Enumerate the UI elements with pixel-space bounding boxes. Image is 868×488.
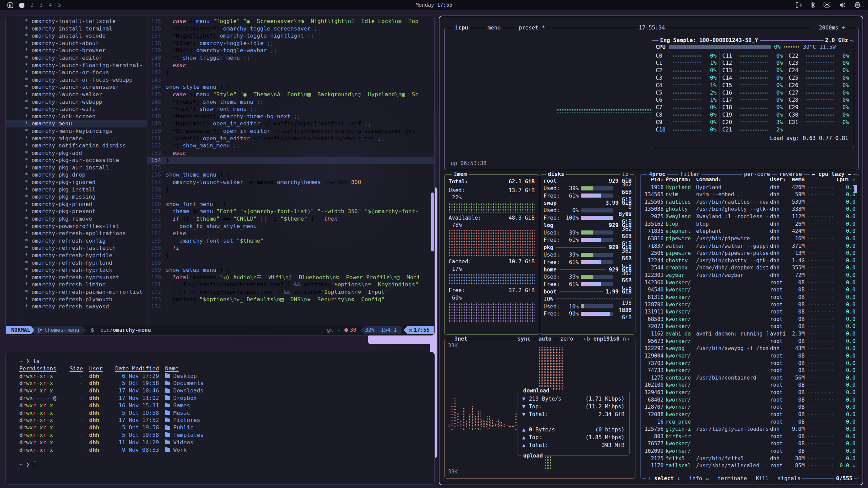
logout-icon[interactable] bbox=[795, 2, 802, 8]
code-line[interactable]: 163 back_to show_style_menu bbox=[147, 223, 434, 230]
code-line[interactable]: 170 local options="◁) Audio\n☵ Wifi\nᛒ B… bbox=[147, 274, 434, 281]
mem-box-title[interactable]: 2mem bbox=[452, 170, 469, 178]
code-line[interactable]: 152 *) show_main_menu ;; bbox=[147, 142, 434, 149]
file-item[interactable]: *omarchy-launch-wifi bbox=[17, 105, 147, 113]
code-line[interactable]: 166 fi bbox=[147, 244, 434, 252]
preset-tab[interactable]: preset * bbox=[517, 24, 547, 32]
workspace-2[interactable]: 2 bbox=[31, 2, 34, 8]
process-row[interactable]: 129463kworker/root0B·········0.0 bbox=[644, 389, 855, 396]
shell-terminal-window[interactable]: ~ ❯ ls PermissionsSizeUserDate ModifiedN… bbox=[5, 352, 435, 485]
process-row[interactable]: 128707kworker/root0B·········0.0 bbox=[644, 404, 855, 411]
code-line[interactable]: 173 options="$options\n▹_ Defaults\n▤ DN… bbox=[147, 296, 434, 303]
process-row[interactable]: 1170tailscal/usr/sbin/tailscaled --root8… bbox=[644, 462, 855, 470]
code-line[interactable]: 145 case $(menu "Style" "◉ Theme\nA Font… bbox=[147, 91, 434, 98]
process-row[interactable]: 71837walker/usr/bin/walker --gappldhh371… bbox=[644, 243, 855, 250]
process-row[interactable]: 135088ghostty/usr/bin/ghostty --gtk-dhh3… bbox=[644, 206, 855, 213]
process-row[interactable]: 74733kworker/root0B·········0.0 bbox=[644, 367, 855, 374]
file-item[interactable]: *omarchy-refresh-hyprsunset bbox=[17, 274, 147, 281]
code-editor[interactable]: 135 case $(menu "Toggle" "▣ Screensaver\… bbox=[147, 16, 434, 326]
process-row[interactable]: 2506pipewire/usr/bin/pipewire-pulsedhh13… bbox=[644, 250, 855, 257]
sort-mode[interactable]: ← cpu lazy → bbox=[810, 170, 853, 178]
per-core-tab[interactable]: per-core bbox=[742, 170, 772, 178]
process-row[interactable]: 125505nautilus/usr/bin/nautilus --newdhh… bbox=[644, 199, 855, 206]
process-row[interactable]: 16rcu_preeroot0B·········0.0 bbox=[644, 419, 855, 426]
filter-tab[interactable]: filter bbox=[678, 170, 702, 178]
process-row[interactable]: 73703kworker/root0B·········0.0 bbox=[644, 360, 855, 367]
code-line[interactable]: 153 esac bbox=[147, 149, 434, 157]
process-row[interactable]: 129004kworker/root0B·········0.0 bbox=[644, 352, 855, 360]
code-line[interactable]: 167} bbox=[147, 252, 434, 259]
process-row[interactable]: 2125fcitx5/usr/bin/fcitx5dhh30M·········… bbox=[644, 455, 855, 463]
net-interface[interactable]: ←b enp191s0 n→ bbox=[582, 335, 631, 343]
select-action[interactable]: ↑ select ↓ bbox=[648, 475, 680, 482]
file-item[interactable]: *omarchy-refresh-hypridle bbox=[17, 252, 147, 259]
code-line[interactable]: 135 case $(menu "Toggle" "▣ Screensaver\… bbox=[147, 18, 434, 25]
process-row[interactable]: 94540kworker/root0B·········0.0 bbox=[644, 286, 855, 294]
code-line[interactable]: 143 bbox=[147, 76, 434, 84]
file-item[interactable]: *omarchy-launch-floating-terminal- bbox=[17, 62, 147, 69]
code-line[interactable]: 161 theme=$(menu "Font" "$(omarchy-font-… bbox=[147, 208, 434, 215]
file-item[interactable]: *omarchy-notification-dismiss bbox=[17, 142, 147, 149]
file-item[interactable]: *omarchy-pkg-pinned bbox=[17, 201, 147, 208]
editor-scrollbar[interactable] bbox=[431, 192, 434, 251]
file-item[interactable]: *omarchy-pkg-add bbox=[17, 149, 147, 157]
code-line[interactable]: 144show_style_menu() { bbox=[147, 83, 434, 91]
file-item[interactable]: *omarchy-launch-or-focus bbox=[17, 69, 147, 76]
code-line[interactable]: 168 bbox=[147, 259, 434, 267]
net-box-title[interactable]: 3net bbox=[453, 335, 469, 343]
network-icon[interactable] bbox=[824, 2, 830, 8]
process-row[interactable]: 12244ghostty/usr/bin/ghostty --gtk-dhh1.… bbox=[644, 257, 855, 265]
process-row[interactable]: 72088kworker/root0B·········0.0 bbox=[644, 411, 855, 419]
file-item[interactable]: *omarchy-powerprofiles-list bbox=[17, 223, 147, 230]
file-item[interactable]: *omarchy-pkg-ignored bbox=[17, 179, 147, 186]
file-item[interactable]: *omarchy-refresh-plymouth bbox=[17, 296, 147, 303]
code-line[interactable]: 164 else bbox=[147, 230, 434, 237]
file-item[interactable]: *omarchy-pkg-aur-install bbox=[17, 164, 147, 171]
file-item[interactable]: *omarchy-refresh-pacman-mirrorlist bbox=[17, 288, 147, 296]
workspace-1-active[interactable] bbox=[19, 3, 24, 8]
code-line[interactable]: 141 esac bbox=[147, 62, 434, 69]
process-row[interactable]: 95673kworker/root0B·········0.0 bbox=[644, 338, 855, 345]
file-item[interactable]: *omarchy-launch-or-focus-webapp bbox=[17, 76, 147, 84]
file-item[interactable]: *omarchy-launch-about bbox=[17, 40, 147, 47]
code-line[interactable]: 158} bbox=[147, 186, 434, 194]
code-line[interactable]: 174 bbox=[147, 303, 434, 310]
process-row[interactable]: 142360kworker/root0B·········0.0 bbox=[644, 279, 855, 287]
process-row[interactable]: 128706kworker/root0B·········0.0 bbox=[644, 301, 855, 309]
process-row[interactable]: 63816pipewire/usr/bin/pipewiredhh16M····… bbox=[644, 235, 855, 243]
io-tab[interactable]: io bbox=[620, 170, 630, 178]
git-branch[interactable]: themes-menu bbox=[34, 326, 86, 334]
update-interval[interactable]: - 2000ms + bbox=[811, 24, 847, 32]
file-item[interactable]: *omarchy-refresh-config bbox=[17, 237, 147, 245]
file-item[interactable]: *omarchy-menu-keybindings bbox=[17, 127, 147, 135]
zero-tab[interactable]: zero bbox=[558, 335, 575, 343]
shell-prompt[interactable]: ~ ❯ bbox=[19, 461, 434, 468]
auto-tab[interactable]: auto bbox=[537, 335, 553, 343]
process-row[interactable]: 72073kworker/root0B·········0.0 bbox=[644, 323, 855, 330]
process-row[interactable]: 125756glycin-i/usr/lib/glycin-loadersdhh… bbox=[644, 426, 855, 433]
code-line[interactable]: 138 *Idle*) omarchy-toggle-idle ;; bbox=[147, 40, 434, 47]
file-item[interactable]: *omarchy-pkg-remove bbox=[17, 215, 147, 223]
code-line[interactable]: 140 *) show_trigger_menu ;; bbox=[147, 54, 434, 62]
file-item[interactable]: *omarchy-refresh-hyprland bbox=[17, 259, 147, 267]
code-line[interactable]: 146 *Theme*) show_theme_menu ;; bbox=[147, 98, 434, 106]
workspace-4[interactable]: 4 bbox=[49, 2, 52, 8]
file-item[interactable]: *omarchy-launch-walker bbox=[17, 91, 147, 98]
process-row[interactable]: 1916HyprlandHyprlanddhh426M·········0.1 bbox=[644, 184, 855, 191]
process-row[interactable]: 71835elephantelephantdhh424M·········0.0 bbox=[644, 228, 855, 235]
process-row[interactable]: 81310kworker/root0B·········0.0 bbox=[644, 294, 855, 301]
process-row[interactable]: 68583kworker/root0B·········0.0 bbox=[644, 316, 855, 323]
code-line[interactable]: 159 bbox=[147, 193, 434, 201]
omarchy-logo-icon[interactable] bbox=[7, 2, 13, 8]
code-line[interactable]: 148 *Background*) omarchy-theme-bg-next … bbox=[147, 113, 434, 120]
file-item[interactable]: *omarchy-install-tailscale bbox=[17, 18, 147, 25]
process-row[interactable]: 2544dropbox/home/dhh/.dropbox-distdhh355… bbox=[644, 264, 855, 272]
code-line[interactable]: 160show_font_menu() { bbox=[147, 201, 434, 208]
process-row[interactable]: 122301waybar/usr/bin/waybardhh72M·······… bbox=[644, 272, 855, 279]
disks-box-title[interactable]: disks bbox=[546, 170, 566, 178]
sync-tab[interactable]: sync bbox=[516, 335, 532, 343]
file-item[interactable]: *omarchy-migrate bbox=[17, 135, 147, 142]
code-line[interactable]: 171 [ -f ~/.config/hypr/bindings.conf ] … bbox=[147, 281, 434, 288]
file-item[interactable]: *omarchy-launch-editor bbox=[17, 54, 147, 62]
code-line[interactable]: 172 [ -f ~/.config/hypr/input.conf ] && … bbox=[147, 288, 434, 296]
